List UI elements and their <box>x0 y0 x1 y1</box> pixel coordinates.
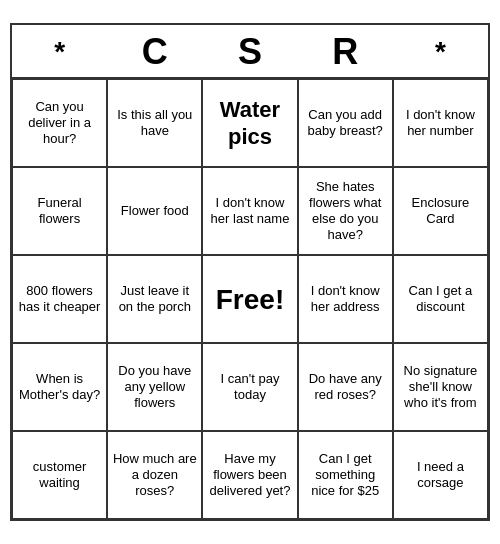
bingo-cell-13[interactable]: I don't know her address <box>298 255 393 343</box>
bingo-cell-20[interactable]: customer waiting <box>12 431 107 519</box>
bingo-cell-1[interactable]: Is this all you have <box>107 79 202 167</box>
header-s: S <box>202 31 297 73</box>
bingo-cell-14[interactable]: Can I get a discount <box>393 255 488 343</box>
bingo-cell-22[interactable]: Have my flowers been delivered yet? <box>202 431 297 519</box>
bingo-cell-24[interactable]: I need a corsage <box>393 431 488 519</box>
bingo-cell-3[interactable]: Can you add baby breast? <box>298 79 393 167</box>
bingo-header: * C S R * <box>12 25 488 77</box>
bingo-grid: Can you deliver in a hour?Is this all yo… <box>12 77 488 519</box>
header-star-right: * <box>393 36 488 68</box>
bingo-cell-6[interactable]: Flower food <box>107 167 202 255</box>
bingo-cell-21[interactable]: How much are a dozen roses? <box>107 431 202 519</box>
bingo-cell-23[interactable]: Can I get something nice for $25 <box>298 431 393 519</box>
bingo-cell-16[interactable]: Do you have any yellow flowers <box>107 343 202 431</box>
bingo-cell-17[interactable]: I can't pay today <box>202 343 297 431</box>
header-star-left: * <box>12 36 107 68</box>
header-c: C <box>107 31 202 73</box>
bingo-cell-12[interactable]: Free! <box>202 255 297 343</box>
bingo-cell-15[interactable]: When is Mother's day? <box>12 343 107 431</box>
bingo-cell-19[interactable]: No signature she'll know who it's from <box>393 343 488 431</box>
bingo-cell-10[interactable]: 800 flowers has it cheaper <box>12 255 107 343</box>
bingo-cell-11[interactable]: Just leave it on the porch <box>107 255 202 343</box>
bingo-cell-9[interactable]: Enclosure Card <box>393 167 488 255</box>
bingo-cell-5[interactable]: Funeral flowers <box>12 167 107 255</box>
bingo-cell-2[interactable]: Water pics <box>202 79 297 167</box>
bingo-cell-4[interactable]: I don't know her number <box>393 79 488 167</box>
header-r: R <box>298 31 393 73</box>
bingo-cell-7[interactable]: I don't know her last name <box>202 167 297 255</box>
bingo-cell-8[interactable]: She hates flowers what else do you have? <box>298 167 393 255</box>
bingo-cell-18[interactable]: Do have any red roses? <box>298 343 393 431</box>
bingo-card: * C S R * Can you deliver in a hour?Is t… <box>10 23 490 521</box>
bingo-cell-0[interactable]: Can you deliver in a hour? <box>12 79 107 167</box>
